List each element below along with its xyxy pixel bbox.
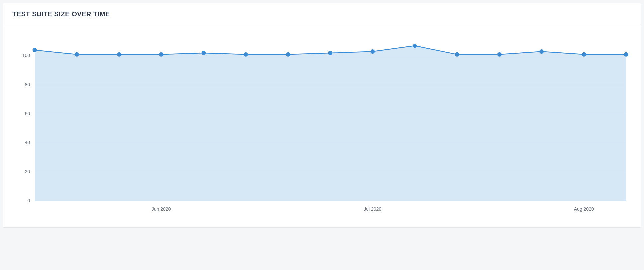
data-point[interactable] bbox=[539, 49, 544, 54]
y-tick-label: 20 bbox=[25, 169, 30, 174]
data-point[interactable] bbox=[33, 48, 37, 52]
data-point[interactable] bbox=[455, 52, 459, 57]
data-point[interactable] bbox=[370, 49, 375, 54]
y-tick-label: 100 bbox=[22, 53, 30, 58]
x-tick-label: Jul 2020 bbox=[364, 206, 381, 212]
area-chart: 020406080100Jun 2020Jul 2020Aug 2020 bbox=[10, 32, 634, 218]
data-point[interactable] bbox=[201, 51, 206, 55]
card-header: TEST SUITE SIZE OVER TIME bbox=[3, 3, 641, 25]
y-tick-label: 80 bbox=[25, 82, 30, 87]
data-point[interactable] bbox=[328, 51, 332, 55]
data-point[interactable] bbox=[75, 52, 79, 57]
chart-card: TEST SUITE SIZE OVER TIME 020406080100Ju… bbox=[3, 3, 641, 228]
data-point[interactable] bbox=[117, 52, 121, 57]
chart-container: 020406080100Jun 2020Jul 2020Aug 2020 bbox=[3, 25, 641, 227]
area-fill bbox=[35, 46, 626, 201]
chart-title: TEST SUITE SIZE OVER TIME bbox=[12, 10, 632, 18]
data-point[interactable] bbox=[413, 44, 417, 48]
x-tick-label: Aug 2020 bbox=[574, 206, 594, 212]
data-point[interactable] bbox=[286, 52, 290, 57]
y-tick-label: 40 bbox=[25, 140, 30, 145]
data-point[interactable] bbox=[244, 52, 248, 57]
x-tick-label: Jun 2020 bbox=[152, 206, 171, 212]
y-tick-label: 0 bbox=[27, 198, 30, 203]
data-point[interactable] bbox=[159, 52, 163, 57]
y-tick-label: 60 bbox=[25, 111, 30, 116]
data-point[interactable] bbox=[497, 52, 502, 57]
data-point[interactable] bbox=[624, 52, 628, 57]
data-point[interactable] bbox=[582, 52, 586, 57]
